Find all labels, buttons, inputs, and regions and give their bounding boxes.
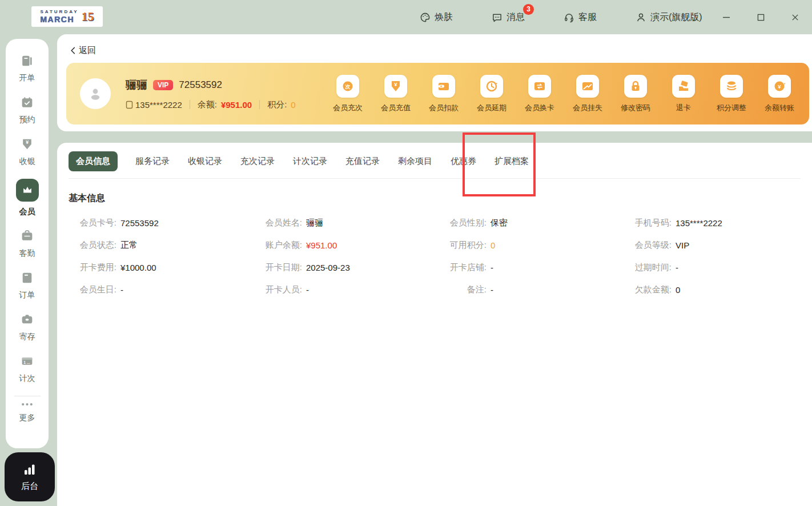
field-value: 72553592 bbox=[120, 218, 159, 228]
sidebar-item-appointments[interactable]: 预约 bbox=[19, 95, 35, 125]
member-card: 骊骊 VIP 72553592 135****2222 余额: ¥951.00 … bbox=[66, 63, 809, 125]
customer-service-label: 客服 bbox=[578, 11, 597, 23]
action-swap-card[interactable]: 会员换卡 bbox=[525, 75, 554, 113]
action-icon-box bbox=[432, 75, 455, 98]
card-eject-icon bbox=[677, 79, 690, 93]
action-label: 余额转账 bbox=[765, 103, 794, 113]
member-identity-row: 骊骊 VIP 72553592 bbox=[126, 78, 296, 93]
svg-text:¥: ¥ bbox=[26, 139, 29, 145]
chevron-left-icon bbox=[70, 47, 76, 54]
sidebar-item-customer-care[interactable]: 客勤 bbox=[19, 229, 35, 259]
app-logo: SATURDAY MARCH 15 bbox=[31, 6, 103, 27]
app-header: SATURDAY MARCH 15 焕肤 消息 3 bbox=[0, 0, 812, 34]
action-icon-box bbox=[480, 75, 503, 98]
action-icon-box bbox=[624, 75, 647, 98]
member-summary: 骊骊 VIP 72553592 135****2222 余额: ¥951.00 … bbox=[126, 78, 296, 110]
field-value: 骊骊 bbox=[306, 218, 323, 228]
top-navigation: 焕肤 消息 3 客服 演示( bbox=[420, 0, 702, 34]
field-phone: 手机号码: 135****2222 bbox=[624, 212, 812, 234]
field-label: 会员生日: bbox=[69, 284, 116, 295]
action-label: 会员换卡 bbox=[525, 103, 554, 113]
card-loss-icon bbox=[581, 79, 594, 93]
sidebar-item-counting-card[interactable]: 1 ... 计次 bbox=[19, 354, 35, 384]
sidebar-item-more[interactable]: 更多 bbox=[19, 401, 35, 423]
field-label: 会员状态: bbox=[69, 240, 116, 251]
tab-service-records[interactable]: 服务记录 bbox=[135, 151, 170, 171]
action-label: 会员扣款 bbox=[429, 103, 459, 113]
action-change-password[interactable]: 修改密码 bbox=[621, 75, 650, 113]
sidebar-item-storage[interactable]: 寄存 bbox=[19, 312, 35, 342]
action-recharge-times[interactable]: 次 会员充次 bbox=[333, 75, 363, 113]
sidebar-item-label: 更多 bbox=[19, 413, 35, 423]
skin-menu-label: 焕肤 bbox=[435, 11, 453, 23]
sidebar: 开单 预约 ¥ 收银 会员 客勤 bbox=[6, 39, 49, 448]
field-value: 正常 bbox=[120, 240, 138, 251]
tab-times-recharge-records[interactable]: 充次记录 bbox=[240, 151, 275, 171]
skin-menu-item[interactable]: 焕肤 bbox=[420, 11, 453, 23]
tab-member-info[interactable]: 会员信息 bbox=[69, 151, 118, 171]
action-deduct[interactable]: 会员扣款 bbox=[429, 75, 459, 113]
yen-deposit-icon: ¥ bbox=[389, 79, 403, 93]
field-label: 会员姓名: bbox=[254, 218, 302, 228]
action-extend-validity[interactable]: 会员延期 bbox=[477, 75, 507, 113]
field-value: - bbox=[676, 263, 678, 272]
tab-remaining-items[interactable]: 剩余项目 bbox=[397, 151, 433, 171]
sidebar-item-label: 会员 bbox=[19, 207, 35, 217]
field-label: 开卡店铺: bbox=[439, 262, 487, 273]
sidebar-item-orders[interactable]: 订单 bbox=[19, 271, 35, 300]
field-gender: 会员性别: 保密 bbox=[439, 212, 624, 234]
messages-menu-item[interactable]: 消息 3 bbox=[492, 11, 525, 23]
tab-count-records[interactable]: 计次记录 bbox=[292, 151, 328, 171]
basic-info-title: 基本信息 bbox=[69, 192, 812, 204]
back-button[interactable]: 返回 bbox=[70, 45, 96, 56]
svg-text:¥: ¥ bbox=[394, 81, 397, 87]
yen-down-arrow-icon: ¥ bbox=[20, 137, 34, 151]
sidebar-item-cashier[interactable]: ¥ 收银 bbox=[19, 137, 35, 167]
headset-icon bbox=[564, 12, 574, 23]
backend-button[interactable]: 后台 bbox=[5, 452, 55, 501]
action-return-card[interactable]: 退卡 bbox=[669, 75, 698, 113]
window-controls bbox=[709, 0, 812, 34]
customer-service-menu-item[interactable]: 客服 bbox=[564, 11, 597, 23]
sidebar-item-label: 寄存 bbox=[19, 332, 35, 342]
tab-cashier-records[interactable]: 收银记录 bbox=[187, 151, 223, 171]
field-label: 欠款金额: bbox=[624, 284, 672, 295]
member-phone-number: 135****2222 bbox=[135, 100, 182, 110]
sidebar-item-billing[interactable]: 开单 bbox=[19, 54, 35, 83]
action-transfer-balance[interactable]: ¥ 余额转账 bbox=[765, 75, 794, 113]
action-label: 修改密码 bbox=[621, 103, 650, 113]
action-icon-box: 次 bbox=[336, 75, 359, 98]
field-open-store: 开卡店铺: - bbox=[439, 256, 624, 279]
messages-menu-label: 消息 bbox=[507, 11, 525, 23]
sidebar-item-label: 计次 bbox=[19, 374, 35, 384]
account-label: 演示(旗舰版) bbox=[650, 11, 702, 23]
highlight-box-extended-archive bbox=[463, 132, 536, 196]
maximize-button[interactable] bbox=[743, 0, 778, 34]
sidebar-divider bbox=[14, 396, 41, 396]
field-label: 可用积分: bbox=[439, 240, 487, 251]
minimize-button[interactable] bbox=[709, 0, 743, 34]
action-report-loss[interactable]: 会员挂失 bbox=[573, 75, 602, 113]
balance-label: 余额: bbox=[198, 99, 217, 110]
field-value: ¥1000.00 bbox=[120, 263, 156, 272]
phone-icon bbox=[126, 101, 133, 109]
recharge-times-icon: 次 bbox=[341, 79, 355, 93]
account-menu-item[interactable]: 演示(旗舰版) bbox=[636, 11, 702, 23]
field-status: 会员状态: 正常 bbox=[69, 234, 254, 256]
sidebar-item-label: 收银 bbox=[19, 156, 35, 167]
logo-text: SATURDAY MARCH bbox=[40, 10, 78, 23]
sidebar-item-members[interactable]: 会员 bbox=[16, 179, 39, 217]
logo-number: 15 bbox=[82, 9, 94, 24]
wallet-icon bbox=[437, 79, 451, 93]
action-label: 积分调整 bbox=[717, 103, 746, 113]
svg-text:¥: ¥ bbox=[778, 83, 781, 89]
close-button[interactable] bbox=[778, 0, 812, 34]
tab-recharge-records[interactable]: 充值记录 bbox=[345, 151, 380, 171]
coins-stack-icon bbox=[725, 79, 738, 93]
sidebar-item-label: 客勤 bbox=[19, 248, 35, 259]
backend-label: 后台 bbox=[21, 481, 38, 492]
member-stats-row: 135****2222 余额: ¥951.00 积分: 0 bbox=[126, 99, 296, 110]
action-recharge-balance[interactable]: ¥ 会员充值 bbox=[381, 75, 411, 113]
member-actions: 次 会员充次 ¥ 会员充值 bbox=[333, 75, 794, 113]
action-adjust-points[interactable]: 积分调整 bbox=[717, 75, 746, 113]
